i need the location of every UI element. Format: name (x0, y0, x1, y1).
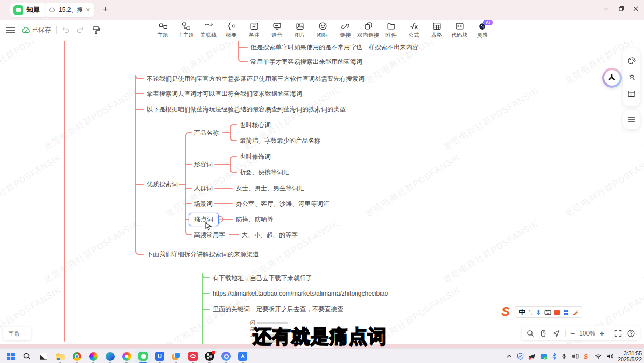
zoom-out-button[interactable]: − (570, 329, 575, 338)
tool-link[interactable]: 链接 (334, 22, 357, 39)
taskbar-app-edge-icon[interactable] (102, 350, 118, 363)
app-logo-pill[interactable]: 知犀 (10, 3, 46, 17)
tray-audio-device-icon[interactable] (571, 353, 579, 359)
locate-icon[interactable] (552, 329, 561, 338)
tab-close-icon[interactable]: ✕ (86, 7, 90, 13)
tray-remote-check-icon[interactable] (540, 353, 547, 360)
tool-summary[interactable]: 概要 (220, 22, 243, 39)
mindmap-node[interactable]: 但是搜索单字时如果使用的是不常用字也一样搜索不出来内容 (250, 43, 418, 52)
tool-attachment[interactable]: 附件 (380, 22, 402, 39)
outline-list-icon[interactable] (627, 116, 636, 124)
minimize-button[interactable] (601, 6, 610, 14)
mindmap-node[interactable]: 有下载地址，自己去下载下来就行了 (213, 274, 312, 283)
taskbar-app-zhixi-icon[interactable] (135, 350, 151, 363)
redo-icon[interactable] (76, 26, 85, 34)
mindmap-node-selected[interactable]: 痛点词 (189, 213, 219, 226)
taskbar-clock[interactable]: 3:31:55 2025/5/22 (618, 350, 642, 362)
main-toolbar: 已保存 主题子主题关联线概要备注语音图片图标链接双向链接附件公式表格代码块灵感A… (0, 20, 644, 41)
mindmap-node[interactable]: 以下是根据咱们做蓝海玩法经验总结的最容易查到蓝海词的搜索词的类型 (147, 105, 346, 114)
save-status: 已保存 (22, 25, 100, 34)
mindmap-node[interactable]: 也叫修饰词 (240, 152, 271, 161)
mindmap-node[interactable]: 折叠、便携等词汇 (240, 168, 289, 177)
mindmap-node[interactable]: 大、小、超、的等字 (242, 231, 298, 240)
theme-palette-icon[interactable] (627, 57, 636, 65)
mindmap-node[interactable]: https://alimarket.taobao.com/markets/ali… (213, 290, 388, 297)
format-painter-icon[interactable] (92, 26, 100, 34)
tool-note[interactable]: 备注 (243, 22, 265, 39)
tool-image[interactable]: 图片 (288, 22, 311, 39)
mindmap-node[interactable]: 也叫核心词 (240, 121, 271, 130)
taskbar-app-search-icon[interactable] (19, 350, 35, 363)
undo-icon[interactable] (62, 26, 70, 34)
ime-emoji-pen-icon[interactable] (572, 309, 579, 315)
document-tab[interactable]: 15.2、搜索... ✕ (45, 3, 94, 17)
tool-subtopic[interactable]: 子主题 (174, 22, 197, 39)
ime-punct[interactable]: °, (529, 310, 533, 315)
ime-keyboard-icon[interactable] (544, 310, 551, 315)
tool-relation-line[interactable]: 关联线 (197, 22, 220, 39)
taskbar-app-chrome-icon[interactable] (68, 350, 85, 363)
mindmap-node[interactable]: 下面我们详细拆分讲解搜索词的来源渠道 (147, 250, 259, 259)
ime-toolbox-icon[interactable] (563, 310, 569, 315)
close-button[interactable] (632, 6, 640, 14)
taskbar-app-obs-icon[interactable] (201, 350, 218, 363)
mindmap-node[interactable]: 办公室、客厅、沙滩、河里等词汇 (236, 200, 329, 208)
fullscreen-icon[interactable] (614, 329, 622, 338)
tray-wifi-icon[interactable] (595, 354, 602, 359)
tray-telegram-icon[interactable] (528, 353, 536, 360)
mindmap-canvas[interactable]: 老范电商社群PDSFANSIK老范电商社群PDSFANSIK老范电商社群PDSF… (0, 41, 644, 348)
help-icon[interactable] (627, 329, 635, 338)
taskbar-app-snip-icon[interactable] (35, 350, 52, 363)
ime-mode[interactable]: 中 (519, 308, 525, 317)
mindmap-node[interactable]: 最简洁、字数最少的产品名称 (240, 136, 320, 145)
tool-table[interactable]: 表格 (425, 22, 448, 39)
tool-formula[interactable]: 公式 (402, 22, 425, 39)
restore-button[interactable] (617, 6, 625, 14)
taskbar-app-blue-plane-app-icon[interactable] (234, 350, 251, 363)
mindmap-node[interactable]: 形容词 (194, 160, 213, 169)
menu-button[interactable] (5, 25, 16, 35)
layout-structure-icon[interactable] (627, 90, 636, 98)
tray-sogou-icon[interactable]: S (583, 353, 590, 360)
beautify-wand-icon[interactable] (627, 73, 636, 81)
drag-mode-icon[interactable] (539, 329, 548, 338)
new-tab-button[interactable]: + (103, 4, 108, 15)
taskbar-app-u-app-icon[interactable]: U (151, 350, 168, 363)
mindmap-node[interactable]: 拿着搜索词去查词才可以查出符合我们要求数据的蓝海词 (147, 90, 302, 99)
mindmap-node[interactable]: 里面的关键词一定要拆开之后去查，不要直接查 (213, 305, 343, 314)
mindmap-node[interactable]: 产品名称 (194, 129, 219, 137)
ai-assistant-button[interactable] (602, 68, 622, 88)
tray-security-shield-icon[interactable] (517, 353, 524, 360)
zoom-in-button[interactable]: + (600, 329, 604, 338)
ime-mic-icon[interactable] (536, 309, 541, 316)
attachment-icon (387, 22, 396, 31)
mindmap-node[interactable]: 不论我们是使用淘宝官方的生意参谋还是使用第三方软件查词都需要先有搜索词 (147, 75, 365, 83)
mindmap-node[interactable]: 常用单字才更容易搜索出来能用的蓝海词 (250, 58, 362, 66)
tool-icon[interactable]: 图标 (311, 22, 334, 39)
taskbar-app-pinwheel-app-icon[interactable] (118, 350, 135, 363)
mindmap-node[interactable]: 场景词 (194, 200, 213, 208)
mindmap-node[interactable]: 人群词 (194, 184, 213, 193)
tray-chevron-up-icon[interactable] (506, 354, 512, 359)
taskbar-app-rainbow-browser-icon[interactable] (85, 350, 102, 363)
tray-bluetooth-icon[interactable] (552, 353, 557, 360)
tool-topic[interactable]: 主题 (151, 22, 174, 39)
taskbar-app-stacked-squares-app-icon[interactable] (168, 350, 185, 363)
taskbar-app-red-recorder-icon[interactable] (185, 350, 201, 363)
tool-code-block[interactable]: 代码块 (448, 22, 471, 39)
tool-voice[interactable]: 语音 (265, 22, 288, 39)
tray-microphone-icon[interactable] (562, 353, 567, 360)
taskbar-app-start-icon[interactable] (2, 350, 19, 363)
tool-inspiration[interactable]: 灵感AI (471, 22, 494, 39)
taskbar-app-explorer-icon[interactable] (52, 350, 68, 363)
search-canvas-icon[interactable] (526, 329, 535, 338)
tray-volume-icon[interactable] (607, 353, 614, 359)
sogou-logo-icon[interactable]: S (501, 304, 517, 320)
ime-skin-icon[interactable] (554, 310, 560, 315)
taskbar-app-purple-ring-app-icon[interactable] (218, 350, 234, 363)
mindmap-node[interactable]: 防摔、防晒等 (236, 215, 273, 224)
mindmap-node[interactable]: 优质搜索词 (147, 180, 178, 189)
tool-bi-link[interactable]: 双向链接 (357, 22, 380, 39)
mindmap-node[interactable]: 女士、男士、男生等词汇 (236, 184, 304, 193)
mindmap-node[interactable]: 高频常用字 (194, 231, 225, 240)
